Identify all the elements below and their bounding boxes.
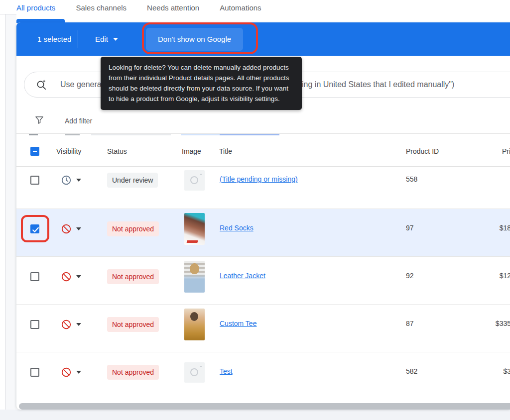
chevron-down-icon: [113, 38, 118, 41]
col-header-status: Status: [107, 136, 127, 167]
table-row: Not approved Custom Tee 87 $335: [16, 305, 510, 352]
selected-count: 1 selected: [37, 22, 71, 56]
row-checkbox[interactable]: [30, 272, 39, 281]
image-placeholder-icon: [190, 368, 198, 376]
row-checkbox[interactable]: [30, 320, 39, 329]
table-row: Not approved Red Socks 97 $18: [16, 209, 510, 257]
product-image: [184, 261, 205, 293]
visibility-dropdown[interactable]: [61, 223, 81, 235]
tab-all-products[interactable]: All products: [16, 3, 55, 12]
clock-icon: [61, 175, 72, 186]
blocked-icon: [61, 271, 72, 282]
col-header-product-id: Product ID: [406, 136, 439, 167]
chevron-down-icon: [76, 227, 81, 230]
product-price: $335: [456, 319, 510, 327]
product-id: 92: [406, 272, 414, 280]
status-badge: Not approved: [107, 365, 159, 380]
product-image: [184, 309, 205, 340]
status-badge: Not approved: [107, 317, 159, 332]
blocked-icon: [61, 319, 72, 330]
product-price: $12: [456, 272, 510, 280]
product-title-link[interactable]: Test: [220, 367, 233, 375]
status-badge: Under review: [107, 173, 158, 188]
ai-search-icon: [35, 79, 47, 91]
product-id: 558: [406, 175, 417, 183]
tab-automations[interactable]: Automations: [220, 3, 261, 12]
col-header-visibility: Visibility: [56, 136, 81, 167]
select-all-checkbox[interactable]: [30, 147, 39, 156]
page-background-bottom: [0, 410, 510, 420]
left-gutter: [5, 14, 16, 410]
product-image: [184, 170, 205, 191]
blocked-icon: [61, 367, 72, 378]
product-price: $18: [456, 224, 510, 232]
blocked-icon: [61, 223, 72, 234]
table-row: Under review (Title pending or missing) …: [16, 167, 510, 209]
visibility-dropdown[interactable]: [61, 366, 81, 378]
col-header-price: Price: [502, 136, 510, 167]
status-badge: Not approved: [107, 221, 159, 236]
visibility-dropdown[interactable]: [61, 318, 81, 330]
product-id: 97: [406, 224, 414, 232]
bulk-action-bar: 1 selected Edit Don't show on Google: [16, 22, 510, 56]
edit-button[interactable]: Edit: [91, 22, 122, 56]
table-header: Visibility Status Image Title Product ID…: [16, 136, 510, 167]
product-image: [184, 213, 205, 245]
chevron-down-icon: [76, 275, 81, 278]
status-badge: Not approved: [107, 269, 159, 284]
products-page: All productsSales channelsNeeds attentio…: [0, 0, 510, 420]
col-header-image: Image: [182, 136, 201, 167]
chevron-down-icon: [76, 323, 81, 326]
table-row: Not approved Leather Jacket 92 $12: [16, 257, 510, 305]
row-checkbox[interactable]: [30, 224, 39, 233]
chevron-down-icon: [76, 371, 81, 374]
action-bar-divider: [78, 30, 78, 48]
filter-row: Add filter: [16, 113, 510, 130]
horizontal-scrollbar[interactable]: [19, 403, 510, 410]
product-id: 582: [406, 367, 417, 375]
add-filter-button[interactable]: Add filter: [65, 117, 92, 125]
filter-icon: [34, 115, 44, 125]
image-placeholder-icon: [190, 176, 198, 184]
dont-show-on-google-button[interactable]: Don't show on Google: [146, 28, 243, 51]
product-title-link[interactable]: Red Socks: [220, 224, 254, 232]
row-checkbox[interactable]: [30, 176, 39, 185]
table-row: Not approved Test 582 $3: [16, 352, 510, 400]
table-body: Under review (Title pending or missing) …: [16, 167, 510, 400]
product-title-link[interactable]: (Title pending or missing): [220, 175, 298, 183]
row-checkbox[interactable]: [30, 368, 39, 377]
tab-needs-attention[interactable]: Needs attention: [147, 3, 199, 12]
chevron-down-icon: [76, 179, 81, 182]
delete-tooltip: Looking for delete? You can delete manua…: [101, 57, 302, 110]
product-title-link[interactable]: Leather Jacket: [220, 272, 265, 280]
visibility-dropdown[interactable]: [61, 271, 81, 283]
product-image: [184, 362, 205, 383]
tab-sales-channels[interactable]: Sales channels: [76, 3, 127, 12]
tab-bar: All productsSales channelsNeeds attentio…: [16, 0, 261, 15]
gutter-border: [5, 14, 5, 410]
col-header-title: Title: [219, 136, 232, 167]
product-title-link[interactable]: Custom Tee: [220, 319, 256, 327]
product-id: 87: [406, 319, 414, 327]
visibility-dropdown[interactable]: [61, 174, 81, 186]
product-price: $3: [456, 367, 510, 375]
check-icon: [31, 225, 40, 234]
